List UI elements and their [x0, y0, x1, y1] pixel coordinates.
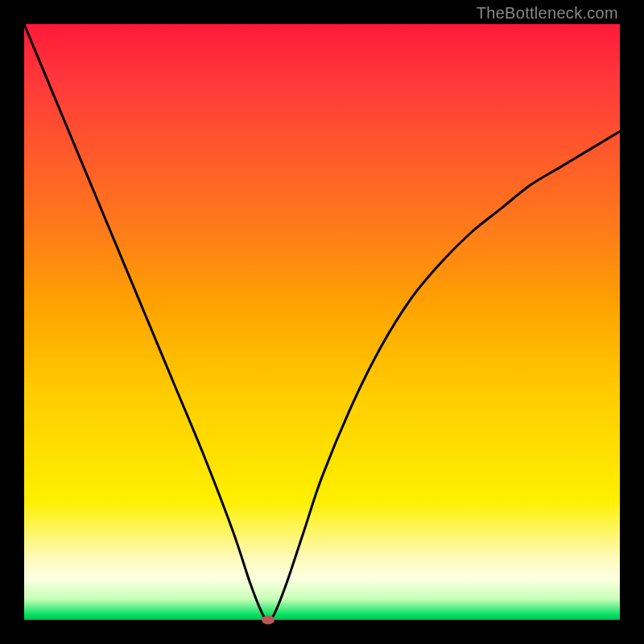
optimal-marker	[262, 616, 275, 625]
curve-svg	[24, 24, 620, 620]
bottleneck-curve	[24, 24, 620, 620]
watermark-text: TheBottleneck.com	[477, 4, 618, 23]
chart-frame: TheBottleneck.com	[0, 0, 644, 644]
plot-area	[24, 24, 620, 620]
